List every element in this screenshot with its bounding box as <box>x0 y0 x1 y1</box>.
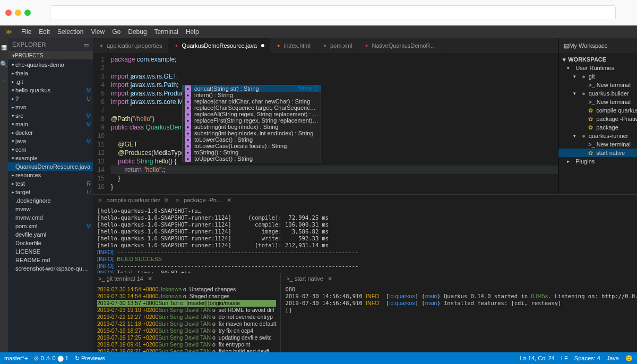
autocomplete-item[interactable]: ●toLowerCase() : String <box>183 136 321 143</box>
editor-tab[interactable]: ●NativeQuarkusDemoR… <box>358 38 442 53</box>
status-bar: master*+⊘ 0 ⚠ 0 ⬤ 1↻ Previews Ln 14, Col… <box>0 352 637 364</box>
autocomplete-item[interactable]: ●toLowerCase(Locale locale) : String <box>183 143 321 149</box>
workspace-item[interactable]: ✿start native <box>558 149 637 157</box>
app-logo: ≫ <box>3 27 14 37</box>
workspace-item[interactable]: ▾●git <box>558 72 637 81</box>
tree-item[interactable]: LICENSE <box>8 247 93 256</box>
code-editor[interactable]: 12345678910111213141516 package com.exam… <box>93 53 558 194</box>
tree-item[interactable]: ▾example <box>8 154 93 162</box>
term-tab-package[interactable]: >_ package -Pn…✕ <box>175 197 231 204</box>
tree-item[interactable]: ▸mvn <box>8 103 93 111</box>
workspace-item[interactable]: >_ New terminal <box>558 140 637 149</box>
tree-item[interactable]: mvnw <box>8 205 93 213</box>
tree-item[interactable]: ▸theia <box>8 69 93 77</box>
status-item[interactable]: Java <box>607 355 619 361</box>
autocomplete-item[interactable]: ●intern() : String <box>183 92 321 98</box>
workspace-item[interactable]: >_ New terminal <box>558 98 637 106</box>
autocomplete-item[interactable]: ●replace(CharSequence target, CharSequen… <box>183 105 321 111</box>
status-item[interactable]: ↻ Previews <box>75 355 105 362</box>
editors: ●application.properties●QuarkusDemoResou… <box>93 38 637 352</box>
workspace-tab[interactable]: ▤ My Workspace ✕ <box>558 38 637 53</box>
max-dot[interactable] <box>24 10 31 16</box>
autocomplete-item[interactable]: ●concat(String str) : StringString ⓘ <box>183 85 321 92</box>
menu-terminal[interactable]: Terminal <box>154 28 178 36</box>
menu-view[interactable]: View <box>91 28 105 36</box>
workspace-item[interactable]: ✿package -Pnative <box>558 115 637 123</box>
tree-item[interactable]: ▸.git <box>8 77 93 86</box>
menu-go[interactable]: Go <box>112 28 120 36</box>
workspace-item[interactable]: ▸Plugins <box>558 157 637 166</box>
tree-item[interactable]: ▾com <box>8 145 93 154</box>
menu-edit[interactable]: Edit <box>39 28 50 36</box>
tree-item[interactable]: QuarkusDemoResource.java <box>8 162 93 171</box>
native-terminal[interactable]: 080 2019-07-30 14:56:48,910 INFO [io.qua… <box>281 284 637 352</box>
tree-item[interactable]: ▸resources <box>8 171 93 179</box>
native-term-tab[interactable]: >_ start native✕ <box>286 275 332 282</box>
workspace-item[interactable]: ✿compile quarkus:dev <box>558 106 637 115</box>
autocomplete-item[interactable]: ●replace(char oldChar, char newChar) : S… <box>183 98 321 105</box>
workspace-item[interactable]: ▾●quarkus-runner <box>558 132 637 140</box>
menu-help[interactable]: Help <box>186 28 199 36</box>
close-dot[interactable] <box>5 10 12 16</box>
scm-icon[interactable]: ⑂ <box>2 77 6 85</box>
tree-item[interactable]: ▾hello-quarkusM <box>8 86 93 94</box>
terminal-output[interactable]: [hello-quarkus-1.0-SNAPSHOT-ru… [hello-q… <box>93 205 637 273</box>
tree-item[interactable]: README.md <box>8 256 93 264</box>
status-item[interactable]: Spaces: 4 <box>574 355 600 361</box>
editor-tab[interactable]: ●application.properties <box>93 38 168 53</box>
tree-item[interactable]: ▸testR <box>8 179 93 188</box>
status-item[interactable]: 🙂 <box>625 355 633 362</box>
tree-item[interactable]: ▾srcM <box>8 111 93 120</box>
tree-item[interactable]: .dockerignore <box>8 196 93 205</box>
status-item[interactable]: master*+ <box>4 355 28 361</box>
autocomplete-item[interactable]: ●substring(int beginIndex) : String <box>183 124 321 130</box>
tree-item[interactable]: mvnw.cmd <box>8 213 93 222</box>
sidebar-title: EXPLORER <box>12 41 46 48</box>
terminal-tabs: >_ compile quarkus:dev✕ >_ package -Pn…✕ <box>93 195 637 205</box>
menu-file[interactable]: File <box>21 28 31 36</box>
workspace-item[interactable]: ▾User Runtimes <box>558 64 637 72</box>
window-titlebar <box>0 0 637 25</box>
autocomplete-item[interactable]: ●replaceFirst(String regex, String repla… <box>183 117 321 124</box>
tree-item[interactable]: devfile.yaml <box>8 230 93 239</box>
autocomplete-popup[interactable]: ●concat(String str) : StringString ⓘ●int… <box>182 85 321 162</box>
code-body[interactable]: package com.example; import javax.ws.rs.… <box>109 53 558 194</box>
workspace-item[interactable]: ✿package <box>558 123 637 132</box>
tree-item[interactable]: ▸targetU <box>8 188 93 196</box>
tree-item[interactable]: screenshot-workspace-quarkus-ru… <box>8 264 93 273</box>
workspace-item[interactable]: ▾●quarkus-builder <box>558 89 637 98</box>
search-icon[interactable]: 🔍 <box>0 60 8 68</box>
autocomplete-item[interactable]: ●toString() : String <box>183 149 321 155</box>
workspace-item[interactable]: >_ New terminal <box>558 81 637 89</box>
editor-tabs: ●application.properties●QuarkusDemoResou… <box>93 38 558 53</box>
git-term-tab[interactable]: >_ git terminal 14✕ <box>98 275 152 282</box>
status-item[interactable]: Ln 14, Col 24 <box>520 355 555 361</box>
cog-icon: ● <box>322 42 328 49</box>
workspace-panel: ▾WORKSPACE ▾User Runtimes▾●git>_ New ter… <box>558 53 637 194</box>
min-dot[interactable] <box>15 10 21 16</box>
tree-item[interactable]: Dockerfile <box>8 239 93 247</box>
git-terminal[interactable]: 2019-07-30 14:54 +0000 Unknown o Unstage… <box>93 284 280 352</box>
editor-tab[interactable]: ●index.html <box>270 38 316 53</box>
menu-selection[interactable]: Selection <box>57 28 83 36</box>
term-tab-compile[interactable]: >_ compile quarkus:dev✕ <box>98 197 169 204</box>
projects-section[interactable]: ▾ PROJECTS <box>8 51 93 59</box>
editor-tab[interactable]: ●QuarkusDemoResource.java <box>168 38 270 53</box>
tree-item[interactable]: ▾mainM <box>8 120 93 128</box>
url-bar[interactable] <box>50 5 616 20</box>
tree-item[interactable]: ▸docker <box>8 128 93 137</box>
autocomplete-item[interactable]: ●replaceAll(String regex, String replace… <box>183 111 321 117</box>
status-item[interactable]: ⊘ 0 ⚠ 0 ⬤ 1 <box>34 355 68 362</box>
tree-item[interactable]: ▾che-quarkus-demo <box>8 60 93 69</box>
editor-tab[interactable]: ●pom.xml <box>316 38 358 53</box>
autocomplete-item[interactable]: ●substring(int beginIndex, int endIndex)… <box>183 130 321 136</box>
sidebar-more-icon[interactable]: ▭ <box>83 41 89 48</box>
status-item[interactable]: LF <box>561 355 568 361</box>
explorer-icon[interactable]: ▦ <box>1 44 7 51</box>
menu-debug[interactable]: Debug <box>128 28 147 36</box>
tree-item[interactable]: ▾javaM <box>8 137 93 145</box>
tree-item[interactable]: pom.xmlM <box>8 222 93 230</box>
autocomplete-item[interactable]: ●toUpperCase() : String <box>183 155 321 162</box>
sidebar: EXPLORER ▭ ▾ PROJECTS ▾che-quarkus-demo▸… <box>8 38 93 352</box>
tree-item[interactable]: ▸?U <box>8 94 93 103</box>
